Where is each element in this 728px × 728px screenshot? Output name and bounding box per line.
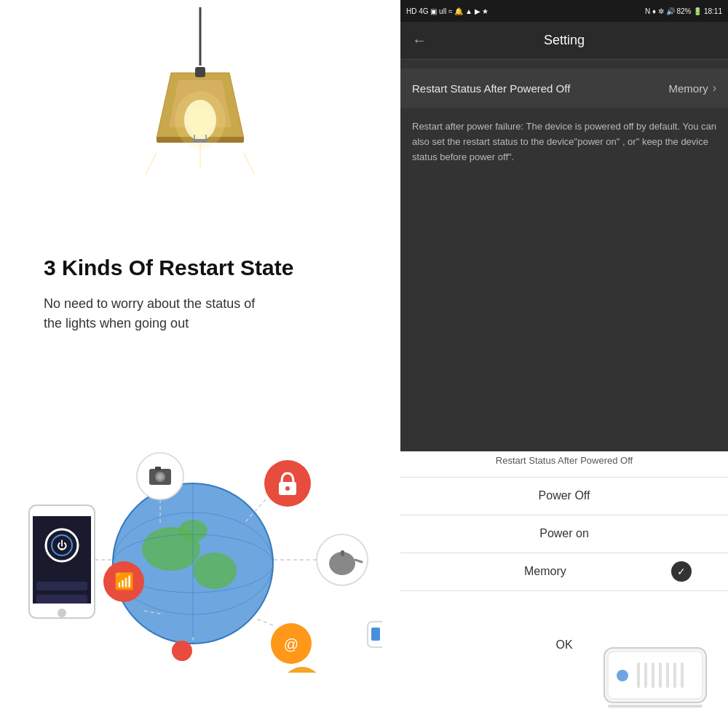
right-panel: HD 4G ▣ ull ≈ 🔔 ▲ ▶ ★ N ♦ ✲ 🔊 82% 🔋 18:1… (400, 0, 728, 728)
chevron-icon: › (713, 82, 716, 95)
app-header: ← Setting (400, 22, 728, 60)
left-panel: 3 Kinds Of Restart State No need to worr… (0, 0, 400, 728)
svg-point-47 (172, 641, 192, 661)
status-bar-right: N ♦ ✲ 🔊 82% 🔋 18:11 (645, 7, 722, 15)
svg-text:@: @ (284, 636, 298, 652)
description-text: Restart after power failure: The device … (400, 108, 728, 176)
setting-row[interactable]: Restart Status After Powered Off Memory … (400, 68, 728, 108)
svg-point-29 (58, 609, 66, 617)
svg-rect-69 (608, 705, 703, 708)
text-area: 3 Kinds Of Restart State No need to worr… (0, 240, 330, 348)
phone-screenshot: HD 4G ▣ ull ≈ 🔔 ▲ ▶ ★ N ♦ ✲ 🔊 82% 🔋 18:1… (400, 0, 728, 451)
svg-rect-65 (659, 662, 662, 688)
heading: 3 Kinds Of Restart State (44, 255, 293, 281)
back-button[interactable]: ← (412, 32, 427, 49)
check-icon: ✓ (677, 566, 686, 577)
svg-rect-68 (681, 662, 684, 688)
power-off-label: Power Off (539, 489, 590, 502)
svg-rect-40 (341, 550, 344, 556)
svg-point-37 (285, 486, 290, 491)
setting-label: Restart Status After Powered Off (412, 82, 570, 95)
check-circle: ✓ (671, 561, 692, 582)
svg-line-11 (146, 153, 157, 175)
status-icons-right: N ♦ ✲ 🔊 82% 🔋 18:11 (645, 7, 722, 15)
iot-illustration: ⏻ 📶 (0, 348, 400, 728)
svg-rect-63 (644, 662, 647, 688)
menu-item-memory[interactable]: Memory ✓ (400, 553, 728, 590)
svg-rect-66 (666, 662, 669, 688)
status-icons-left: HD 4G ▣ ull ≈ 🔔 ▲ ▶ ★ (406, 7, 488, 15)
svg-rect-34 (155, 467, 161, 470)
power-on-label: Power on (539, 527, 589, 540)
menu-item-power-off[interactable]: Power Off (400, 477, 728, 515)
svg-rect-64 (652, 662, 654, 688)
svg-rect-28 (36, 595, 87, 604)
screenshot-caption: Restart Status After Powered Off (400, 455, 728, 466)
svg-point-61 (617, 670, 628, 681)
svg-point-17 (193, 553, 237, 589)
svg-rect-56 (371, 628, 380, 641)
svg-line-12 (244, 153, 255, 175)
divider-3 (400, 590, 728, 591)
svg-text:📶: 📶 (114, 571, 135, 591)
setting-current-value: Memory (669, 82, 708, 95)
menu-item-power-on[interactable]: Power on (400, 515, 728, 553)
svg-rect-27 (36, 582, 87, 590)
subtext: No need to worry about the status of the… (44, 294, 293, 333)
status-bar-left: HD 4G ▣ ull ≈ 🔔 ▲ ▶ ★ (406, 7, 488, 15)
memory-label: Memory (524, 565, 566, 578)
lamp-illustration (0, 0, 400, 240)
device-image (582, 619, 728, 728)
svg-line-53 (255, 618, 273, 625)
svg-point-46 (282, 667, 323, 673)
svg-rect-4 (195, 67, 205, 77)
status-bar: HD 4G ▣ ull ≈ 🔔 ▲ ▶ ★ N ♦ ✲ 🔊 82% 🔋 18:1… (400, 0, 728, 22)
app-title: Setting (544, 33, 585, 48)
svg-text:⏻: ⏻ (57, 539, 67, 551)
ok-label: OK (555, 638, 572, 652)
svg-rect-62 (637, 662, 640, 688)
setting-value: Memory › (669, 82, 717, 95)
svg-rect-67 (673, 662, 676, 688)
svg-point-33 (157, 474, 163, 480)
